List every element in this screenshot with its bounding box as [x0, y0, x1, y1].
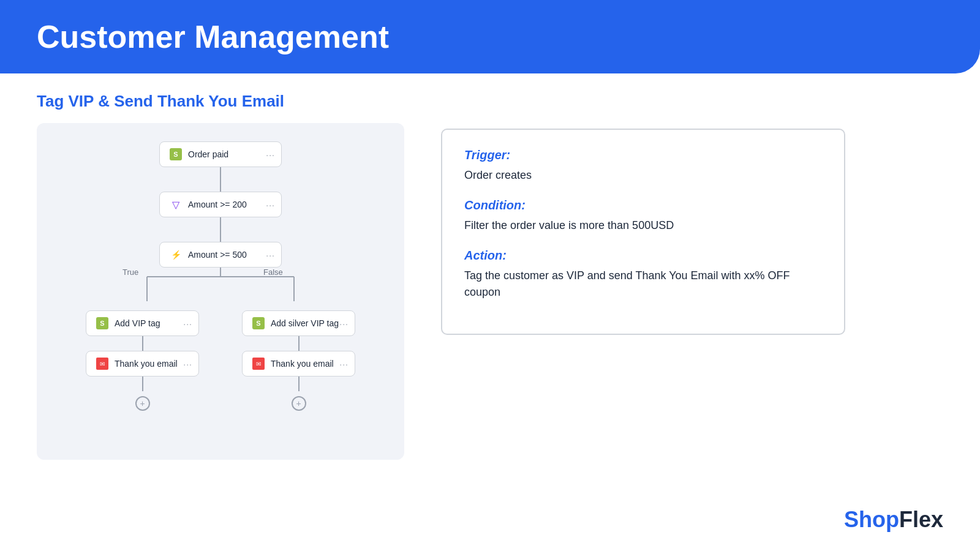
connector-right-2 — [298, 377, 300, 391]
left-branch: S Add VIP tag ... ✉ Thank you email ... … — [86, 310, 199, 411]
shopify-icon: S — [170, 148, 182, 160]
add-vip-tag-label: Add VIP tag — [115, 318, 160, 328]
email-left-dots[interactable]: ... — [183, 358, 192, 367]
trigger-label: Trigger: — [464, 148, 822, 162]
bottom-branches: S Add VIP tag ... ✉ Thank you email ... … — [86, 310, 355, 411]
add-vip-dots[interactable]: ... — [183, 317, 192, 327]
condition1-node[interactable]: ▽ Amount >= 200 ... — [159, 192, 282, 217]
connector-1 — [220, 167, 221, 192]
brand-shop: Shop — [844, 507, 899, 532]
add-silver-vip-node[interactable]: S Add silver VIP tag ... — [242, 310, 355, 336]
add-circle-left[interactable]: + — [135, 396, 150, 411]
email-right-label: Thank you email — [271, 359, 334, 369]
email-right-dots[interactable]: ... — [339, 358, 349, 367]
branch-svg-container: True False — [86, 268, 355, 310]
workflow-subtitle: Tag VIP & Send Thank You Email — [37, 92, 404, 111]
brand-flex: Flex — [899, 507, 943, 532]
connector-left-1 — [142, 336, 143, 351]
condition-label: Condition: — [464, 198, 822, 212]
footer-brand: ShopFlex — [844, 507, 943, 533]
condition2-label: Amount >= 500 — [188, 250, 247, 260]
branch-svg: True False — [86, 268, 355, 310]
connector-right-1 — [298, 336, 300, 351]
main-content: Tag VIP & Send Thank You Email S Order p… — [0, 92, 980, 460]
email-icon-left: ✉ — [96, 358, 108, 370]
connector-2 — [220, 217, 221, 242]
trigger-section: Trigger: Order creates — [464, 148, 822, 184]
connector-left-2 — [142, 377, 143, 391]
condition-text: Filter the order value is more than 500U… — [464, 217, 822, 234]
condition-section: Condition: Filter the order value is mor… — [464, 198, 822, 234]
email-left-node[interactable]: ✉ Thank you email ... — [86, 351, 199, 377]
shopify-icon-left: S — [96, 317, 108, 329]
info-panel: Trigger: Order creates Condition: Filter… — [441, 129, 845, 335]
page-title: Customer Management — [37, 18, 943, 55]
condition-icon: ⚡ — [170, 249, 182, 261]
filter-icon: ▽ — [170, 198, 182, 211]
workflow-panel: Tag VIP & Send Thank You Email S Order p… — [37, 92, 404, 460]
add-vip-tag-node[interactable]: S Add VIP tag ... — [86, 310, 199, 336]
condition2-dots[interactable]: ... — [266, 249, 275, 258]
action-label: Action: — [464, 249, 822, 263]
shopify-icon-right: S — [252, 317, 265, 329]
right-branch: S Add silver VIP tag ... ✉ Thank you ema… — [242, 310, 355, 411]
order-paid-node[interactable]: S Order paid ... — [159, 141, 282, 167]
add-circle-right[interactable]: + — [292, 396, 306, 411]
action-section: Action: Tag the customer as VIP and send… — [464, 249, 822, 301]
add-silver-dots[interactable]: ... — [339, 317, 349, 327]
condition1-dots[interactable]: ... — [266, 198, 275, 208]
workflow-diagram: S Order paid ... ▽ Amount >= 200 ... ⚡ A… — [37, 123, 404, 460]
trigger-text: Order creates — [464, 167, 822, 184]
svg-text:True: True — [123, 268, 138, 277]
condition2-node[interactable]: ⚡ Amount >= 500 ... — [159, 242, 282, 268]
top-flow: S Order paid ... ▽ Amount >= 200 ... ⚡ A… — [49, 141, 392, 411]
email-right-node[interactable]: ✉ Thank you email ... — [242, 351, 355, 377]
add-silver-vip-label: Add silver VIP tag — [271, 318, 339, 328]
email-left-label: Thank you email — [115, 359, 178, 369]
order-paid-dots[interactable]: ... — [266, 148, 275, 158]
action-text: Tag the customer as VIP and send Thank Y… — [464, 268, 822, 301]
condition1-label: Amount >= 200 — [188, 200, 247, 209]
order-paid-label: Order paid — [188, 149, 228, 159]
email-icon-right: ✉ — [252, 358, 265, 370]
header: Customer Management — [0, 0, 980, 73]
svg-text:False: False — [263, 268, 283, 277]
